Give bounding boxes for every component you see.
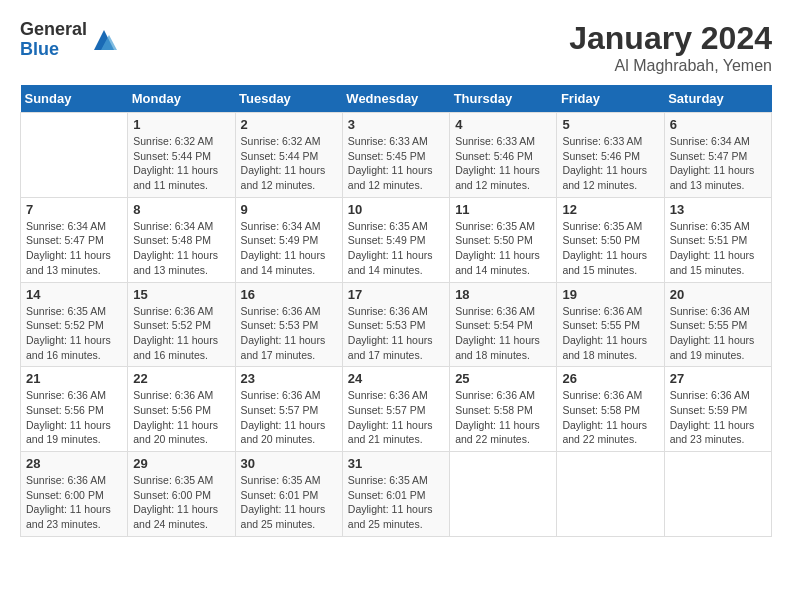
day-info: Sunrise: 6:36 AMSunset: 6:00 PMDaylight:… [26,473,122,532]
day-number: 31 [348,456,444,471]
calendar-cell: 18Sunrise: 6:36 AMSunset: 5:54 PMDayligh… [450,282,557,367]
month-title: January 2024 [569,20,772,57]
calendar-week-row: 7Sunrise: 6:34 AMSunset: 5:47 PMDaylight… [21,197,772,282]
calendar-cell: 26Sunrise: 6:36 AMSunset: 5:58 PMDayligh… [557,367,664,452]
calendar-day-header: Sunday [21,85,128,113]
calendar-day-header: Monday [128,85,235,113]
day-number: 24 [348,371,444,386]
day-number: 21 [26,371,122,386]
day-info: Sunrise: 6:33 AMSunset: 5:45 PMDaylight:… [348,134,444,193]
day-number: 2 [241,117,337,132]
day-number: 30 [241,456,337,471]
day-info: Sunrise: 6:36 AMSunset: 5:56 PMDaylight:… [26,388,122,447]
calendar-day-header: Wednesday [342,85,449,113]
day-number: 6 [670,117,766,132]
calendar-cell: 7Sunrise: 6:34 AMSunset: 5:47 PMDaylight… [21,197,128,282]
day-info: Sunrise: 6:35 AMSunset: 6:01 PMDaylight:… [348,473,444,532]
day-number: 13 [670,202,766,217]
day-info: Sunrise: 6:36 AMSunset: 5:53 PMDaylight:… [348,304,444,363]
day-number: 1 [133,117,229,132]
calendar-cell: 28Sunrise: 6:36 AMSunset: 6:00 PMDayligh… [21,452,128,537]
day-number: 18 [455,287,551,302]
calendar-cell: 22Sunrise: 6:36 AMSunset: 5:56 PMDayligh… [128,367,235,452]
day-number: 5 [562,117,658,132]
calendar-cell: 4Sunrise: 6:33 AMSunset: 5:46 PMDaylight… [450,113,557,198]
day-number: 22 [133,371,229,386]
day-number: 7 [26,202,122,217]
calendar-cell: 9Sunrise: 6:34 AMSunset: 5:49 PMDaylight… [235,197,342,282]
logo: General Blue [20,20,119,60]
calendar-cell: 17Sunrise: 6:36 AMSunset: 5:53 PMDayligh… [342,282,449,367]
calendar-cell [557,452,664,537]
calendar-week-row: 28Sunrise: 6:36 AMSunset: 6:00 PMDayligh… [21,452,772,537]
calendar-cell: 1Sunrise: 6:32 AMSunset: 5:44 PMDaylight… [128,113,235,198]
day-number: 28 [26,456,122,471]
calendar-cell: 14Sunrise: 6:35 AMSunset: 5:52 PMDayligh… [21,282,128,367]
day-info: Sunrise: 6:36 AMSunset: 5:59 PMDaylight:… [670,388,766,447]
calendar-cell: 21Sunrise: 6:36 AMSunset: 5:56 PMDayligh… [21,367,128,452]
day-info: Sunrise: 6:35 AMSunset: 5:49 PMDaylight:… [348,219,444,278]
calendar-cell: 10Sunrise: 6:35 AMSunset: 5:49 PMDayligh… [342,197,449,282]
day-info: Sunrise: 6:36 AMSunset: 5:57 PMDaylight:… [348,388,444,447]
day-info: Sunrise: 6:35 AMSunset: 5:50 PMDaylight:… [562,219,658,278]
day-number: 9 [241,202,337,217]
day-info: Sunrise: 6:36 AMSunset: 5:57 PMDaylight:… [241,388,337,447]
logo-blue-text: Blue [20,40,87,60]
calendar-cell [21,113,128,198]
day-number: 19 [562,287,658,302]
day-number: 25 [455,371,551,386]
day-info: Sunrise: 6:34 AMSunset: 5:49 PMDaylight:… [241,219,337,278]
logo-icon [89,25,119,55]
calendar-cell: 27Sunrise: 6:36 AMSunset: 5:59 PMDayligh… [664,367,771,452]
day-info: Sunrise: 6:33 AMSunset: 5:46 PMDaylight:… [562,134,658,193]
day-info: Sunrise: 6:35 AMSunset: 5:50 PMDaylight:… [455,219,551,278]
calendar-day-header: Friday [557,85,664,113]
day-number: 14 [26,287,122,302]
day-number: 16 [241,287,337,302]
day-number: 27 [670,371,766,386]
calendar-cell: 25Sunrise: 6:36 AMSunset: 5:58 PMDayligh… [450,367,557,452]
calendar-week-row: 14Sunrise: 6:35 AMSunset: 5:52 PMDayligh… [21,282,772,367]
day-info: Sunrise: 6:36 AMSunset: 5:56 PMDaylight:… [133,388,229,447]
day-info: Sunrise: 6:36 AMSunset: 5:58 PMDaylight:… [455,388,551,447]
calendar-cell: 16Sunrise: 6:36 AMSunset: 5:53 PMDayligh… [235,282,342,367]
calendar-cell: 31Sunrise: 6:35 AMSunset: 6:01 PMDayligh… [342,452,449,537]
day-number: 15 [133,287,229,302]
day-info: Sunrise: 6:32 AMSunset: 5:44 PMDaylight:… [241,134,337,193]
day-number: 11 [455,202,551,217]
calendar-cell: 15Sunrise: 6:36 AMSunset: 5:52 PMDayligh… [128,282,235,367]
calendar-cell [664,452,771,537]
calendar-cell: 11Sunrise: 6:35 AMSunset: 5:50 PMDayligh… [450,197,557,282]
calendar-cell: 19Sunrise: 6:36 AMSunset: 5:55 PMDayligh… [557,282,664,367]
calendar-cell [450,452,557,537]
calendar-cell: 8Sunrise: 6:34 AMSunset: 5:48 PMDaylight… [128,197,235,282]
day-number: 3 [348,117,444,132]
day-info: Sunrise: 6:36 AMSunset: 5:55 PMDaylight:… [670,304,766,363]
day-info: Sunrise: 6:36 AMSunset: 5:52 PMDaylight:… [133,304,229,363]
calendar-cell: 3Sunrise: 6:33 AMSunset: 5:45 PMDaylight… [342,113,449,198]
day-number: 26 [562,371,658,386]
day-info: Sunrise: 6:33 AMSunset: 5:46 PMDaylight:… [455,134,551,193]
day-info: Sunrise: 6:34 AMSunset: 5:47 PMDaylight:… [670,134,766,193]
day-info: Sunrise: 6:36 AMSunset: 5:55 PMDaylight:… [562,304,658,363]
location-title: Al Maghrabah, Yemen [569,57,772,75]
calendar-cell: 30Sunrise: 6:35 AMSunset: 6:01 PMDayligh… [235,452,342,537]
calendar-header-row: SundayMondayTuesdayWednesdayThursdayFrid… [21,85,772,113]
day-info: Sunrise: 6:34 AMSunset: 5:47 PMDaylight:… [26,219,122,278]
day-info: Sunrise: 6:35 AMSunset: 5:51 PMDaylight:… [670,219,766,278]
day-number: 10 [348,202,444,217]
calendar-cell: 6Sunrise: 6:34 AMSunset: 5:47 PMDaylight… [664,113,771,198]
day-info: Sunrise: 6:36 AMSunset: 5:53 PMDaylight:… [241,304,337,363]
day-info: Sunrise: 6:36 AMSunset: 5:58 PMDaylight:… [562,388,658,447]
calendar-table: SundayMondayTuesdayWednesdayThursdayFrid… [20,85,772,537]
day-number: 23 [241,371,337,386]
calendar-week-row: 21Sunrise: 6:36 AMSunset: 5:56 PMDayligh… [21,367,772,452]
day-info: Sunrise: 6:34 AMSunset: 5:48 PMDaylight:… [133,219,229,278]
day-info: Sunrise: 6:36 AMSunset: 5:54 PMDaylight:… [455,304,551,363]
logo-general-text: General [20,20,87,40]
calendar-cell: 23Sunrise: 6:36 AMSunset: 5:57 PMDayligh… [235,367,342,452]
day-info: Sunrise: 6:35 AMSunset: 6:01 PMDaylight:… [241,473,337,532]
day-number: 17 [348,287,444,302]
calendar-cell: 20Sunrise: 6:36 AMSunset: 5:55 PMDayligh… [664,282,771,367]
title-section: January 2024 Al Maghrabah, Yemen [569,20,772,75]
